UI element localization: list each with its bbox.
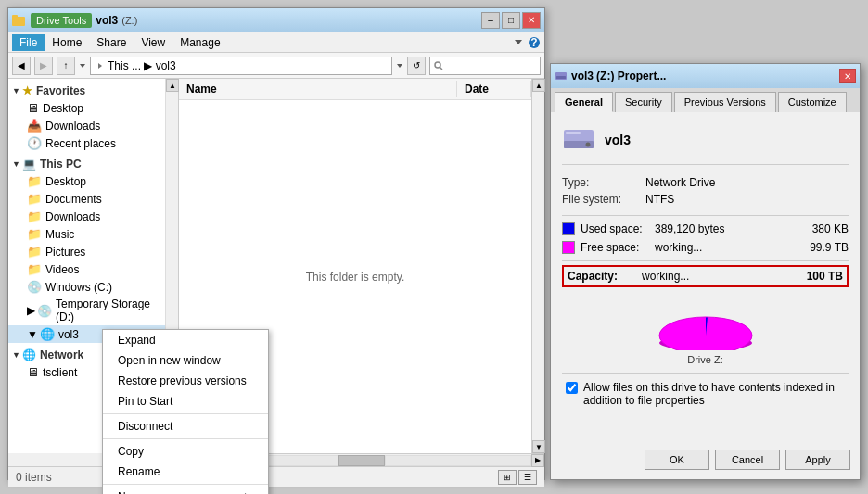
ctx-open-new-window[interactable]: Open in new window bbox=[103, 350, 268, 371]
type-value: Network Drive bbox=[645, 176, 849, 189]
free-space-label: Free space: bbox=[581, 241, 655, 254]
pie-container: Drive Z: bbox=[562, 295, 849, 365]
thispc-header[interactable]: ▼ 💻 This PC bbox=[8, 156, 165, 172]
pictures-label: Pictures bbox=[45, 246, 85, 259]
menu-view[interactable]: View bbox=[134, 34, 172, 51]
sidebar-item-recent-places[interactable]: 🕐 Recent places bbox=[8, 134, 165, 152]
props-footer: Allow files on this drive to have conten… bbox=[562, 373, 849, 407]
drive-tools-badge: Drive Tools bbox=[31, 13, 92, 28]
sidebar-item-favorites-downloads[interactable]: 📥 Downloads bbox=[8, 117, 165, 134]
tempd-icon: 💿 bbox=[37, 304, 52, 318]
sidebar-item-temp-storage[interactable]: ▶ 💿 Temporary Storage (D:) bbox=[8, 296, 165, 325]
used-space-size: 380 KB bbox=[793, 222, 849, 235]
menu-file[interactable]: File bbox=[12, 34, 45, 51]
explorer-close-button[interactable]: ✕ bbox=[522, 12, 541, 29]
maximize-button[interactable]: □ bbox=[502, 12, 520, 29]
props-title-bar: vol3 (Z:) Propert... ✕ bbox=[551, 64, 860, 88]
list-view-button[interactable]: ☰ bbox=[518, 470, 537, 485]
sidebar-item-documents[interactable]: 📁 Documents bbox=[8, 190, 165, 208]
ctx-new[interactable]: New ▶ bbox=[103, 487, 268, 494]
scroll-down-right[interactable]: ▼ bbox=[532, 440, 545, 453]
collapse-icon[interactable] bbox=[513, 37, 524, 48]
props-drive-icon-large bbox=[562, 123, 595, 157]
documents-label: Documents bbox=[45, 193, 102, 206]
used-color-box bbox=[562, 222, 575, 235]
svg-point-14 bbox=[586, 143, 591, 147]
capacity-bytes: working... bbox=[642, 270, 787, 283]
free-space-row: Free space: working... 99.9 TB bbox=[562, 238, 849, 257]
sidebar-item-videos[interactable]: 📁 Videos bbox=[8, 260, 165, 278]
downloads-label: Downloads bbox=[45, 210, 100, 223]
tab-general[interactable]: General bbox=[555, 92, 613, 112]
search-box[interactable] bbox=[429, 57, 541, 75]
videos-label: Videos bbox=[45, 263, 79, 276]
ctx-copy[interactable]: Copy bbox=[103, 441, 268, 462]
capacity-row: Capacity: working... 100 TB bbox=[562, 265, 849, 287]
favorites-desktop-label: Desktop bbox=[43, 102, 83, 115]
props-title-text: vol3 (Z:) Propert... bbox=[571, 70, 666, 82]
empty-folder-text: This folder is empty. bbox=[306, 271, 404, 284]
scroll-right[interactable]: ▶ bbox=[531, 454, 544, 467]
sidebar-item-desktop[interactable]: 📁 Desktop bbox=[8, 172, 165, 190]
menu-share[interactable]: Share bbox=[89, 34, 134, 51]
view-buttons: ⊞ ☰ bbox=[498, 470, 537, 485]
tab-security[interactable]: Security bbox=[615, 92, 672, 112]
minimize-button[interactable]: – bbox=[481, 12, 500, 29]
back-button[interactable]: ◀ bbox=[12, 57, 31, 75]
grid-view-button[interactable]: ⊞ bbox=[498, 470, 517, 485]
vol3-label: vol3 bbox=[58, 328, 79, 341]
checkbox-label: Allow files on this drive to have conten… bbox=[583, 381, 845, 407]
windowsc-icon: 💿 bbox=[27, 280, 42, 294]
help-icon[interactable]: ? bbox=[528, 36, 541, 49]
dropdown-arrow-icon[interactable] bbox=[396, 62, 403, 70]
free-color-box bbox=[562, 241, 575, 254]
address-path[interactable]: This ... ▶ vol3 bbox=[90, 57, 392, 75]
ctx-rename[interactable]: Rename bbox=[103, 462, 268, 482]
filesystem-value: NTFS bbox=[645, 193, 849, 206]
sidebar-item-favorites-desktop[interactable]: 🖥 Desktop bbox=[8, 99, 165, 117]
tab-previous-versions[interactable]: Previous Versions bbox=[674, 92, 776, 112]
ctx-sep3 bbox=[103, 484, 268, 485]
ctx-pin-start[interactable]: Pin to Start bbox=[103, 391, 268, 412]
ctx-restore-versions[interactable]: Restore previous versions bbox=[103, 371, 268, 391]
sidebar-item-windows-c[interactable]: 💿 Windows (C:) bbox=[8, 278, 165, 296]
col-date[interactable]: Date bbox=[457, 81, 531, 97]
tab-customize[interactable]: Customize bbox=[778, 92, 847, 112]
desktop2-icon: 📁 bbox=[27, 174, 42, 188]
desktop-label: Desktop bbox=[45, 175, 86, 188]
recent-arrow-icon[interactable] bbox=[79, 62, 86, 70]
up-button[interactable]: ↑ bbox=[57, 57, 75, 75]
menu-home[interactable]: Home bbox=[45, 34, 89, 51]
vol3-icon: 🌐 bbox=[40, 327, 55, 341]
folder-icon bbox=[12, 13, 27, 28]
pie-chart bbox=[650, 295, 761, 350]
props-close-button[interactable]: ✕ bbox=[839, 69, 856, 83]
sidebar-item-downloads[interactable]: 📁 Downloads bbox=[8, 208, 165, 225]
forward-button[interactable]: ▶ bbox=[34, 57, 53, 75]
main-content: ▼ ★ Favorites 🖥 Desktop 📥 Downloads 🕐 Re… bbox=[8, 79, 544, 453]
title-bar-left: Drive Tools vol3 (Z:) bbox=[12, 13, 137, 28]
ok-button[interactable]: OK bbox=[645, 450, 709, 470]
props-content: vol3 Type: Network Drive File system: NT… bbox=[551, 112, 860, 418]
favorites-header[interactable]: ▼ ★ Favorites bbox=[8, 82, 165, 99]
menu-manage[interactable]: Manage bbox=[172, 34, 227, 51]
col-name[interactable]: Name bbox=[179, 81, 457, 97]
ctx-expand[interactable]: Expand bbox=[103, 330, 268, 350]
apply-button[interactable]: Apply bbox=[785, 450, 850, 470]
svg-rect-15 bbox=[566, 132, 581, 134]
refresh-button[interactable]: ↺ bbox=[407, 57, 426, 75]
file-list-header: Name Date bbox=[179, 79, 531, 100]
svg-line-9 bbox=[440, 67, 443, 70]
sidebar-item-pictures[interactable]: 📁 Pictures bbox=[8, 243, 165, 260]
scroll-up[interactable]: ▲ bbox=[166, 79, 179, 92]
svg-rect-1 bbox=[12, 15, 18, 19]
svg-rect-11 bbox=[556, 76, 566, 79]
documents-icon: 📁 bbox=[27, 192, 42, 206]
sidebar-item-music[interactable]: 📁 Music bbox=[8, 225, 165, 243]
index-checkbox[interactable] bbox=[566, 382, 578, 394]
ctx-disconnect[interactable]: Disconnect bbox=[103, 416, 268, 437]
menu-bar: File Home Share View Manage ? bbox=[8, 32, 544, 53]
cancel-button[interactable]: Cancel bbox=[715, 450, 780, 470]
scroll-up-right[interactable]: ▲ bbox=[532, 79, 545, 92]
free-space-size: 99.9 TB bbox=[793, 241, 849, 254]
